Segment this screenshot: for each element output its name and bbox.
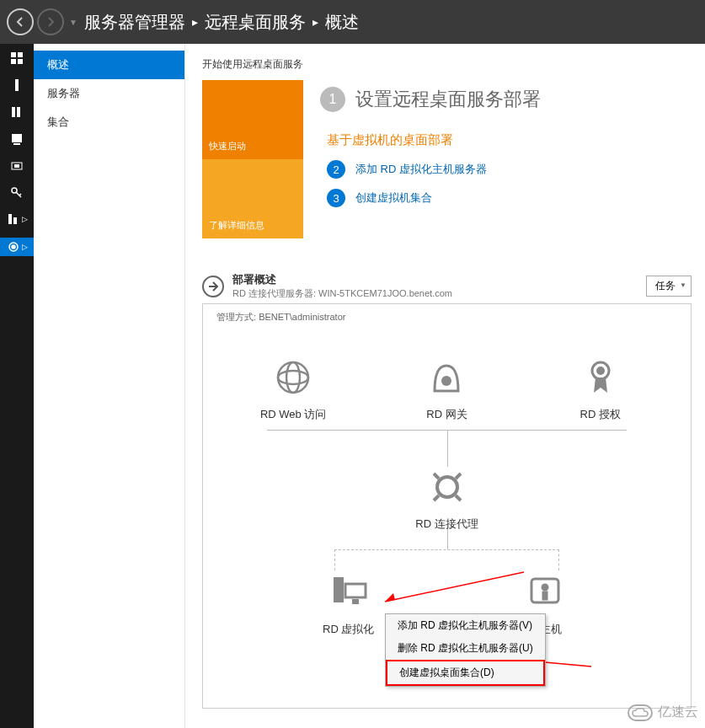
sidebar-item-servers[interactable]: 服务器: [34, 79, 184, 108]
ctx-add-host[interactable]: 添加 RD 虚拟化主机服务器(V): [386, 614, 545, 637]
chevron-right-icon: ▸: [192, 15, 198, 29]
nav-item[interactable]: ▷: [7, 212, 28, 226]
deployment-type: 基于虚拟机的桌面部署: [327, 132, 692, 148]
svg-rect-23: [334, 577, 344, 602]
deployment-title: 部署概述: [232, 272, 452, 287]
section-title: 开始使用远程桌面服务: [202, 57, 692, 72]
step-2-badge: 2: [327, 160, 345, 179]
breadcrumb-root[interactable]: 服务器管理器: [84, 11, 185, 34]
all-servers-icon[interactable]: [8, 104, 25, 120]
svg-rect-8: [13, 143, 20, 145]
rds-icon[interactable]: ▷: [0, 238, 34, 256]
svg-rect-25: [352, 599, 359, 604]
svg-point-27: [542, 585, 547, 590]
svg-point-21: [596, 367, 605, 375]
watermark: 亿速云: [628, 704, 698, 721]
svg-rect-4: [15, 79, 19, 91]
svg-point-19: [441, 376, 451, 386]
svg-rect-24: [345, 584, 366, 597]
svg-rect-1: [18, 52, 23, 57]
add-host-link[interactable]: 添加 RD 虚拟化主机服务器: [355, 162, 487, 177]
svg-point-15: [12, 245, 15, 249]
learn-more-tile[interactable]: 了解详细信息: [202, 159, 303, 238]
ctx-create-collection[interactable]: 创建虚拟桌面集合(D): [386, 660, 545, 686]
svg-rect-6: [17, 107, 20, 117]
svg-rect-0: [11, 52, 16, 57]
header-bar: ▼ 服务器管理器 ▸ 远程桌面服务 ▸ 概述: [0, 0, 705, 44]
refresh-button[interactable]: [202, 276, 224, 297]
svg-rect-5: [12, 107, 15, 117]
breadcrumb: 服务器管理器 ▸ 远程桌面服务 ▸ 概述: [84, 11, 359, 34]
rd-license-node[interactable]: RD 授权: [550, 357, 651, 422]
svg-point-16: [278, 362, 308, 393]
breadcrumb-leaf: 概述: [325, 11, 359, 34]
step-1-badge: 1: [320, 87, 345, 112]
rd-gateway-node[interactable]: RD 网关: [396, 357, 497, 422]
icon-rail: ▷ ▷: [0, 44, 34, 728]
local-server-icon[interactable]: [8, 78, 25, 93]
sidebar-item-collections[interactable]: 集合: [34, 108, 184, 136]
rd-broker-node[interactable]: RD 连接代理: [397, 467, 498, 532]
topology-diagram: RD Web 访问 RD 网关 RD 授权 RD 连接代理: [216, 340, 677, 694]
key-icon[interactable]: [8, 185, 25, 201]
step-3-badge: 3: [327, 189, 345, 207]
sidebar: 概述 服务器 集合: [34, 44, 185, 728]
svg-rect-7: [12, 134, 22, 142]
back-button[interactable]: [7, 8, 34, 35]
svg-rect-2: [11, 59, 16, 64]
sidebar-item-overview[interactable]: 概述: [34, 51, 184, 79]
hyperv-icon[interactable]: [8, 158, 25, 174]
managed-by-label: 管理方式: BENET\administrator: [216, 311, 677, 324]
dashboard-icon[interactable]: [8, 51, 25, 66]
file-services-icon[interactable]: [8, 131, 25, 147]
create-collection-link[interactable]: 创建虚拟机集合: [355, 190, 432, 206]
svg-rect-13: [13, 217, 17, 224]
history-dropdown-icon[interactable]: ▼: [69, 18, 77, 27]
svg-point-18: [286, 362, 300, 393]
ctx-remove-host[interactable]: 删除 RD 虚拟化主机服务器(U): [386, 637, 545, 660]
tasks-dropdown[interactable]: 任务: [646, 276, 692, 297]
broker-server-label: RD 连接代理服务器: WIN-5TKCEM71JOO.benet.com: [232, 287, 452, 300]
svg-point-17: [278, 371, 308, 384]
svg-rect-3: [18, 59, 23, 64]
svg-rect-28: [543, 592, 547, 599]
setup-heading: 设置远程桌面服务部署: [355, 87, 541, 112]
quick-start-tile[interactable]: 快速启动: [202, 80, 303, 159]
context-menu: 添加 RD 虚拟化主机服务器(V) 删除 RD 虚拟化主机服务器(U) 创建虚拟…: [385, 613, 546, 687]
svg-rect-10: [14, 164, 19, 168]
content-area: 开始使用远程桌面服务 快速启动 了解详细信息 1 设置远程桌面服务部署 基于虚拟…: [185, 44, 705, 728]
forward-button[interactable]: [37, 8, 64, 35]
chevron-right-icon: ▸: [312, 15, 318, 29]
getting-started-panel: 快速启动 了解详细信息 1 设置远程桌面服务部署 基于虚拟机的桌面部署 2 添加…: [202, 80, 692, 238]
svg-point-22: [437, 477, 457, 497]
svg-rect-12: [8, 214, 12, 224]
cloud-icon: [628, 704, 653, 721]
rd-virthost-node[interactable]: RD 虚拟化: [298, 572, 399, 637]
deployment-diagram-panel: 管理方式: BENET\administrator RD Web 访问 RD: [202, 303, 692, 709]
breadcrumb-mid[interactable]: 远程桌面服务: [205, 11, 306, 34]
rd-web-node[interactable]: RD Web 访问: [243, 357, 344, 422]
deployment-header: 部署概述 RD 连接代理服务器: WIN-5TKCEM71JOO.benet.c…: [202, 272, 692, 300]
